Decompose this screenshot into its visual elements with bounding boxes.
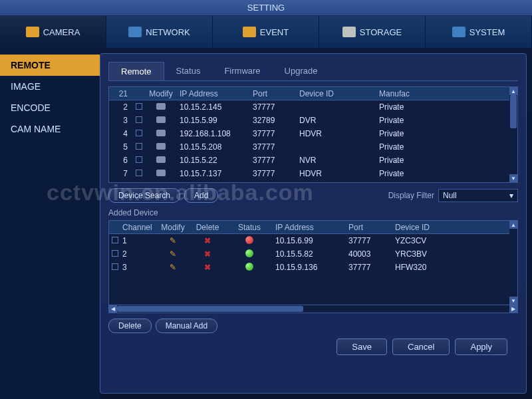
row-manufacturer: Private (376, 114, 423, 126)
col-delete[interactable]: Delete (189, 221, 226, 233)
manual-add-button[interactable]: Manual Add (156, 319, 217, 333)
tab-system[interactable]: SYSTEM (426, 16, 532, 48)
sidebar-item-image[interactable]: IMAGE (0, 76, 100, 97)
col-ip[interactable]: IP Address (177, 88, 250, 100)
modify-icon[interactable] (156, 143, 166, 150)
row-channel: 3 (120, 261, 157, 273)
sidebar-item-encode[interactable]: ENCODE (0, 97, 100, 118)
table-row[interactable]: 310.15.5.9932789DVRPrivate (109, 114, 509, 127)
modify-icon[interactable] (156, 130, 166, 136)
col-deviceid2[interactable]: Device ID (392, 221, 509, 233)
apply-button[interactable]: Apply (455, 338, 507, 355)
table-row[interactable]: 1✎✖10.15.6.9937777YZC3CV (109, 234, 509, 247)
add-button[interactable]: Add (184, 188, 218, 203)
horizontal-scrollbar[interactable]: ◀ ▶ (109, 305, 517, 313)
tab-event[interactable]: EVENT (213, 16, 319, 48)
modify-icon[interactable] (156, 170, 166, 176)
status-dot (245, 263, 253, 271)
scroll-down-icon[interactable]: ▼ (509, 174, 517, 182)
col-channel[interactable]: Channel (120, 221, 157, 233)
col-ip2[interactable]: IP Address (273, 221, 346, 233)
pencil-icon[interactable]: ✎ (170, 249, 176, 259)
row-checkbox[interactable] (136, 116, 142, 123)
display-filter-select[interactable]: Null ▾ (438, 189, 518, 202)
col-port[interactable]: Port (250, 88, 297, 100)
delete-button[interactable]: Delete (108, 319, 152, 333)
table-row[interactable]: 710.15.7.13737777HDVRPrivate (109, 167, 509, 180)
vertical-scrollbar-2[interactable]: ▲ ▼ (509, 221, 517, 305)
network-icon (128, 27, 142, 37)
scroll-down-icon-2[interactable]: ▼ (509, 297, 517, 305)
row-checkbox[interactable] (112, 250, 118, 257)
event-icon (243, 27, 256, 37)
delete-icon[interactable]: ✖ (204, 249, 211, 259)
scroll-thumb[interactable] (510, 95, 517, 128)
col-count[interactable]: 21 (109, 88, 133, 100)
table-row[interactable]: 510.15.5.20837777Private (109, 140, 509, 154)
col-port2[interactable]: Port (346, 221, 392, 233)
row-checkbox[interactable] (136, 130, 142, 136)
row-deviceid: YZC3CV (392, 235, 509, 247)
tab-network[interactable]: NETWORK (106, 16, 213, 48)
row-ip: 10.15.2.145 (177, 101, 250, 113)
cancel-button[interactable]: Cancel (392, 338, 450, 355)
row-ip: 10.15.9.136 (273, 261, 346, 273)
search-table-header: 21 Modify IP Address Port Device ID Manu… (109, 87, 509, 100)
row-port: 37777 (250, 101, 297, 113)
delete-icon[interactable]: ✖ (204, 263, 211, 272)
modify-icon[interactable] (156, 116, 166, 123)
row-ip: 10.15.5.208 (177, 141, 250, 153)
scroll-up-icon[interactable]: ▲ (509, 87, 517, 95)
window-title: SETTING (0, 0, 532, 16)
sub-tabs: Remote Status Firmware Upgrade (108, 62, 518, 81)
sidebar-item-remote[interactable]: REMOTE (0, 55, 100, 76)
pencil-icon[interactable]: ✎ (170, 263, 176, 272)
col-deviceid[interactable]: Device ID (297, 88, 376, 100)
table-row[interactable]: 4192.168.1.10837777HDVRPrivate (109, 127, 509, 140)
row-manufacturer: Private (376, 168, 423, 180)
col-modify2[interactable]: Modify (157, 221, 189, 233)
vertical-scrollbar[interactable]: ▲ ▼ (509, 87, 517, 182)
table-row[interactable]: 210.15.2.14537777Private (109, 100, 509, 114)
subtab-status[interactable]: Status (164, 62, 213, 80)
scroll-left-icon[interactable]: ◀ (109, 305, 117, 313)
content-panel: Remote Status Firmware Upgrade 21 Modify… (100, 53, 527, 394)
row-ip: 10.15.5.22 (177, 154, 250, 166)
sidebar-item-camname[interactable]: CAM NAME (0, 118, 100, 140)
added-device-label: Added Device (108, 208, 518, 217)
pencil-icon[interactable]: ✎ (170, 236, 176, 245)
row-checkbox[interactable] (136, 103, 142, 110)
row-checkbox[interactable] (136, 156, 142, 163)
row-deviceid: NVR (297, 154, 376, 166)
status-dot (245, 236, 253, 244)
tab-storage[interactable]: STORAGE (319, 16, 426, 48)
row-port: 37777 (250, 141, 297, 153)
row-ip: 192.168.1.108 (177, 128, 250, 140)
scroll-right-icon[interactable]: ▶ (509, 305, 517, 313)
table-row[interactable]: 2✎✖10.15.5.8240003YRC3BV (109, 247, 509, 261)
col-modify[interactable]: Modify (145, 88, 177, 100)
tab-event-label: EVENT (260, 27, 289, 37)
row-checkbox[interactable] (136, 143, 142, 150)
delete-icon[interactable]: ✖ (204, 236, 211, 245)
hscroll-thumb[interactable] (117, 306, 303, 312)
row-port: 37777 (250, 154, 297, 166)
tab-camera[interactable]: CAMERA (0, 16, 106, 48)
row-deviceid: HFW320 (392, 261, 509, 273)
table-row[interactable]: 3✎✖10.15.9.13637777HFW320 (109, 261, 509, 274)
device-search-button[interactable]: Device Search (108, 188, 180, 203)
subtab-firmware[interactable]: Firmware (212, 62, 272, 80)
scroll-up-icon-2[interactable]: ▲ (509, 221, 517, 229)
row-checkbox[interactable] (136, 170, 142, 176)
modify-icon[interactable] (156, 156, 166, 163)
table-row[interactable]: 610.15.5.2237777NVRPrivate (109, 154, 509, 167)
subtab-upgrade[interactable]: Upgrade (273, 62, 330, 80)
col-status[interactable]: Status (226, 221, 273, 233)
row-checkbox[interactable] (112, 237, 118, 243)
subtab-remote[interactable]: Remote (108, 62, 164, 80)
row-port: 37777 (250, 128, 297, 140)
col-manufacturer[interactable]: Manufac (376, 88, 423, 100)
save-button[interactable]: Save (336, 338, 387, 355)
modify-icon[interactable] (156, 103, 166, 110)
row-checkbox[interactable] (112, 263, 118, 270)
